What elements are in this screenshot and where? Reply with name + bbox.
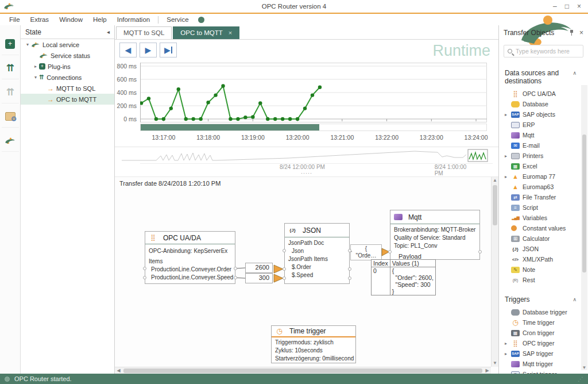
timeline-overview[interactable]: 8/24 12:00:00 PM 8/24 1:00:00 PM (115, 147, 498, 172)
object-item-variables[interactable]: Variables (505, 213, 586, 223)
json-icon (288, 227, 297, 233)
xml-icon (511, 256, 520, 263)
tree-item-service-status[interactable]: Service status (21, 50, 114, 61)
object-item-opc-trigger[interactable]: ▸OPC trigger (505, 338, 586, 348)
service-config-toolbar-button[interactable] (2, 106, 19, 128)
object-item-label: Printers (523, 152, 543, 159)
node-time-trigger[interactable]: Time trigger Triggermodus: zyklisch Zykl… (271, 325, 356, 363)
y-tick-label: 800 ms (117, 63, 137, 70)
tree-item-opc-to-mqtt[interactable]: →OPC to MQTT (21, 94, 114, 105)
resize-grip-icon[interactable]: ⋰ (578, 376, 583, 382)
flow-canvas[interactable]: OPC UA/DA OPC-Anbindung: KepServerEx Ite… (115, 177, 491, 367)
node-opc-ua-da[interactable]: OPC UA/DA OPC-Anbindung: KepServerEx Ite… (145, 231, 235, 284)
tab-mqtt-to-sql[interactable]: MQTT to SQL (116, 26, 172, 39)
chevron-up-icon[interactable]: ∧ (572, 295, 577, 304)
object-item-file-transfer[interactable]: File Transfer (505, 192, 586, 202)
object-item-mqtt-trigger[interactable]: Mqtt trigger (505, 359, 586, 369)
expand-arrow-icon[interactable]: ▸ (505, 351, 511, 356)
scroll-left-icon[interactable]: ◀ (115, 368, 122, 373)
flow-vertical-scrollbar[interactable]: ▲ ▼ (491, 177, 498, 367)
title-bar: OPC Router version 4 – □ × (0, 0, 588, 14)
panel-scrollbar[interactable]: ▼ (581, 85, 587, 370)
menu-extras[interactable]: Extras (26, 16, 54, 24)
node-mqtt[interactable]: Mqtt Brokeranbindung: MQTT-Broker Qualit… (390, 210, 480, 260)
panel-close-icon[interactable]: × (579, 29, 583, 37)
section-header-data-sources-and-destinations[interactable]: Data sources and destinations∧ (505, 69, 586, 85)
object-item-printers[interactable]: ▸Printers (505, 151, 586, 161)
app-window: OPC Router version 4 – □ × File Extras W… (0, 0, 588, 384)
expand-arrow-icon[interactable]: ▸ (505, 112, 511, 117)
scroll-up-icon[interactable]: ▲ (492, 177, 498, 184)
object-item-cron-trigger[interactable]: Cron trigger (505, 328, 586, 338)
scroll-right-icon[interactable]: ▶ (483, 368, 491, 373)
expand-arrow-icon[interactable]: ▸ (505, 174, 511, 179)
connections-toolbar-button[interactable]: ⇈ (2, 57, 19, 79)
tree-expander-icon[interactable]: ▾ (24, 42, 31, 47)
tree-item-local-service[interactable]: ▾Local service (21, 39, 114, 50)
flow-hscroll-thumb[interactable] (123, 368, 482, 373)
object-item-euromap-77[interactable]: ▸Euromap 77 (505, 171, 586, 182)
tab-bar: MQTT to SQLOPC to MQTT× (115, 25, 498, 39)
router-logo-toolbar-button[interactable] (2, 130, 19, 152)
tab-label: MQTT to SQL (123, 29, 164, 36)
flow-vscroll-thumb[interactable] (493, 185, 497, 225)
tree-item-mqtt-to-sql[interactable]: →MQTT to SQL (21, 83, 114, 94)
node-json[interactable]: JSON JsonPath Doc Json JsonPath Items $.… (284, 223, 350, 284)
object-item-constant-values[interactable]: Constant values (505, 223, 586, 233)
object-item-script-trigger[interactable]: Script trigger (505, 369, 586, 374)
tab-close-icon[interactable]: × (229, 29, 232, 36)
x-tick-label: 13:24:00 (465, 134, 488, 141)
expand-arrow-icon[interactable]: ▸ (505, 341, 511, 346)
next-button[interactable]: ▶ (140, 43, 157, 57)
object-item-json[interactable]: JSON (505, 244, 586, 254)
connection-arrow-icon: → (47, 95, 54, 103)
object-item-sap-trigger[interactable]: ▸SAP trigger (505, 348, 586, 359)
object-item-sap-objects[interactable]: ▸SAP objects (505, 109, 586, 120)
close-button[interactable]: × (577, 1, 581, 11)
plugins-toolbar-button[interactable]: + (2, 33, 19, 55)
object-item-database-trigger[interactable]: Database trigger (505, 307, 586, 317)
object-item-excel[interactable]: Excel (505, 161, 586, 171)
tree-item-plug-ins[interactable]: ▸+Plug-ins (21, 61, 114, 72)
last-button[interactable]: ▶ (160, 43, 177, 57)
object-item-erp[interactable]: ERP (505, 120, 586, 130)
tree-expander-icon[interactable]: ▾ (32, 75, 39, 80)
expand-arrow-icon[interactable]: ▸ (505, 153, 511, 159)
menu-window[interactable]: Window (55, 16, 87, 24)
tree-item-connections[interactable]: ▾⇈Connections (21, 72, 114, 83)
search-input[interactable] (516, 48, 579, 55)
menu-service[interactable]: Service (162, 16, 193, 24)
section-header-triggers[interactable]: Triggers∧ (505, 295, 586, 304)
object-item-opc-ua-da[interactable]: OPC UA/DA (505, 89, 586, 99)
object-item-mqtt[interactable]: Mqtt (505, 130, 586, 140)
pin-icon[interactable] (570, 30, 574, 36)
value-box-speed: 300 (245, 273, 273, 283)
inactive-connections-toolbar-button[interactable]: ⇈ (2, 82, 19, 103)
object-item-rest[interactable]: Rest (505, 275, 586, 285)
object-item-euromap63[interactable]: Euromap63 (505, 182, 586, 192)
maximize-button[interactable]: □ (565, 1, 569, 11)
node-time-trigger-title: Time trigger (289, 327, 326, 335)
object-item-xml-xpath[interactable]: XML/XPath (505, 254, 586, 264)
keyword-search-box[interactable] (504, 45, 583, 57)
tree-expander-icon[interactable]: ▸ (32, 64, 39, 69)
chevron-up-icon[interactable]: ∧ (572, 69, 577, 85)
tab-opc-to-mqtt[interactable]: OPC to MQTT× (173, 26, 239, 39)
object-item-time-trigger[interactable]: Time trigger (505, 317, 586, 328)
object-item-note[interactable]: Note (505, 264, 586, 275)
object-item-e-mail[interactable]: E-mail (505, 140, 586, 151)
minimize-button[interactable]: – (553, 1, 557, 11)
menu-file[interactable]: File (5, 16, 25, 24)
flow-horizontal-scrollbar[interactable]: ◀ ▶ (115, 367, 491, 374)
menu-information[interactable]: Information (113, 16, 155, 24)
chart-progress-track[interactable] (140, 124, 487, 131)
object-item-calculator[interactable]: Calculator (505, 233, 586, 244)
object-item-database[interactable]: Database (505, 99, 586, 109)
menu-help[interactable]: Help (88, 16, 111, 24)
panel-scroll-thumb[interactable] (582, 135, 586, 272)
object-item-script[interactable]: Script (505, 202, 586, 213)
panel-scroll-down-icon[interactable]: ▼ (581, 365, 587, 370)
collapse-panel-icon[interactable]: ◂ (107, 29, 110, 35)
scroll-down-icon[interactable]: ▼ (492, 360, 498, 367)
prev-button[interactable]: ◀ (119, 43, 137, 57)
